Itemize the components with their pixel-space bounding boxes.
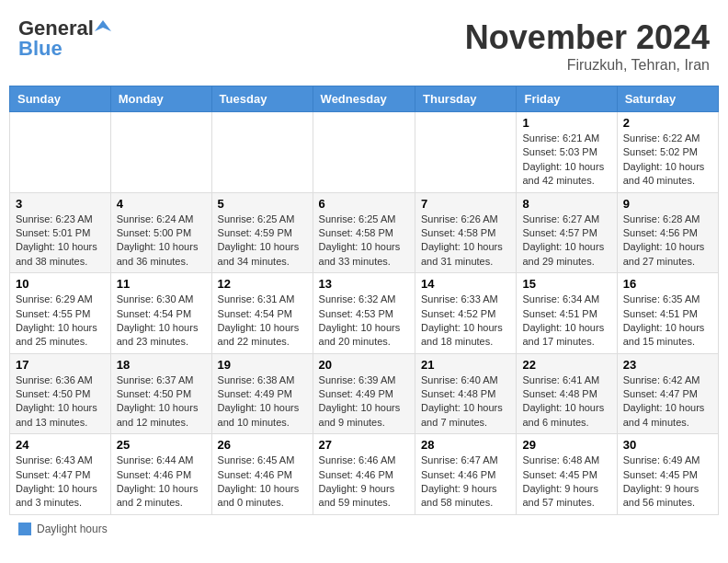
legend: Daylight hours (9, 523, 719, 535)
calendar-cell: 8Sunrise: 6:27 AM Sunset: 4:57 PM Daylig… (517, 192, 617, 273)
day-info: Sunrise: 6:46 AM Sunset: 4:46 PM Dayligh… (319, 454, 409, 511)
calendar-cell: 22Sunrise: 6:41 AM Sunset: 4:48 PM Dayli… (517, 353, 617, 434)
calendar-cell: 3Sunrise: 6:23 AM Sunset: 5:01 PM Daylig… (10, 192, 111, 273)
day-info: Sunrise: 6:28 AM Sunset: 4:56 PM Dayligh… (623, 213, 712, 270)
calendar-week-row: 3Sunrise: 6:23 AM Sunset: 5:01 PM Daylig… (10, 192, 719, 273)
calendar-week-row: 24Sunrise: 6:43 AM Sunset: 4:47 PM Dayli… (10, 434, 719, 515)
calendar-header-row: SundayMondayTuesdayWednesdayThursdayFrid… (10, 86, 719, 112)
day-number: 8 (522, 197, 610, 211)
day-info: Sunrise: 6:25 AM Sunset: 4:58 PM Dayligh… (319, 213, 409, 270)
day-number: 15 (522, 277, 610, 291)
svg-marker-0 (95, 20, 111, 31)
legend-color-box (18, 523, 31, 535)
calendar-header-friday: Friday (517, 86, 617, 112)
page-header: General Blue November 2024 Firuzkuh, Teh… (9, 9, 719, 78)
day-number: 23 (623, 358, 712, 372)
calendar-header-saturday: Saturday (617, 86, 718, 112)
day-number: 16 (623, 277, 712, 291)
day-info: Sunrise: 6:49 AM Sunset: 4:45 PM Dayligh… (623, 454, 712, 511)
day-number: 27 (319, 438, 409, 452)
day-info: Sunrise: 6:41 AM Sunset: 4:48 PM Dayligh… (522, 373, 610, 431)
day-info: Sunrise: 6:29 AM Sunset: 4:55 PM Dayligh… (16, 293, 105, 350)
calendar-cell: 26Sunrise: 6:45 AM Sunset: 4:46 PM Dayli… (211, 434, 313, 515)
day-number: 18 (117, 358, 206, 372)
day-info: Sunrise: 6:38 AM Sunset: 4:49 PM Dayligh… (218, 373, 307, 431)
title-block: November 2024 Firuzkuh, Tehran, Iran (465, 18, 710, 74)
day-info: Sunrise: 6:21 AM Sunset: 5:03 PM Dayligh… (522, 132, 610, 189)
calendar-cell: 14Sunrise: 6:33 AM Sunset: 4:52 PM Dayli… (415, 273, 517, 354)
logo-blue-text: Blue (18, 39, 63, 59)
calendar-header-thursday: Thursday (415, 86, 517, 112)
calendar-cell: 9Sunrise: 6:28 AM Sunset: 4:56 PM Daylig… (617, 192, 718, 273)
day-info: Sunrise: 6:30 AM Sunset: 4:54 PM Dayligh… (117, 293, 206, 350)
calendar-header-sunday: Sunday (10, 86, 111, 112)
day-number: 26 (218, 438, 307, 452)
day-info: Sunrise: 6:31 AM Sunset: 4:54 PM Dayligh… (218, 293, 307, 350)
day-number: 28 (421, 438, 510, 452)
calendar-cell: 1Sunrise: 6:21 AM Sunset: 5:03 PM Daylig… (517, 112, 617, 193)
day-number: 14 (421, 277, 510, 291)
day-number: 5 (218, 197, 307, 211)
calendar-cell: 6Sunrise: 6:25 AM Sunset: 4:58 PM Daylig… (313, 192, 415, 273)
calendar-cell (211, 112, 313, 193)
day-number: 19 (218, 358, 307, 372)
day-info: Sunrise: 6:23 AM Sunset: 5:01 PM Dayligh… (16, 213, 105, 270)
day-info: Sunrise: 6:40 AM Sunset: 4:48 PM Dayligh… (421, 373, 510, 431)
day-info: Sunrise: 6:42 AM Sunset: 4:47 PM Dayligh… (623, 373, 712, 431)
calendar-cell (110, 112, 211, 193)
day-info: Sunrise: 6:35 AM Sunset: 4:51 PM Dayligh… (623, 293, 712, 350)
calendar-cell: 30Sunrise: 6:49 AM Sunset: 4:45 PM Dayli… (617, 434, 718, 515)
logo-general-text: General (18, 18, 94, 39)
day-info: Sunrise: 6:22 AM Sunset: 5:02 PM Dayligh… (623, 132, 712, 189)
day-info: Sunrise: 6:37 AM Sunset: 4:50 PM Dayligh… (117, 373, 206, 431)
day-number: 7 (421, 197, 510, 211)
day-info: Sunrise: 6:32 AM Sunset: 4:53 PM Dayligh… (319, 293, 409, 350)
day-number: 1 (522, 116, 610, 130)
calendar-cell (313, 112, 415, 193)
calendar-cell: 25Sunrise: 6:44 AM Sunset: 4:46 PM Dayli… (110, 434, 211, 515)
calendar-cell: 20Sunrise: 6:39 AM Sunset: 4:49 PM Dayli… (313, 353, 415, 434)
calendar-cell: 15Sunrise: 6:34 AM Sunset: 4:51 PM Dayli… (517, 273, 617, 354)
calendar-cell: 11Sunrise: 6:30 AM Sunset: 4:54 PM Dayli… (110, 273, 211, 354)
logo-bird-icon (95, 18, 111, 35)
day-number: 22 (522, 358, 610, 372)
day-info: Sunrise: 6:26 AM Sunset: 4:58 PM Dayligh… (421, 213, 510, 270)
day-info: Sunrise: 6:36 AM Sunset: 4:50 PM Dayligh… (16, 373, 105, 431)
day-info: Sunrise: 6:44 AM Sunset: 4:46 PM Dayligh… (117, 454, 206, 511)
day-number: 6 (319, 197, 409, 211)
day-number: 30 (623, 438, 712, 452)
calendar-table: SundayMondayTuesdayWednesdayThursdayFrid… (9, 86, 719, 515)
calendar-cell: 18Sunrise: 6:37 AM Sunset: 4:50 PM Dayli… (110, 353, 211, 434)
calendar-cell: 27Sunrise: 6:46 AM Sunset: 4:46 PM Dayli… (313, 434, 415, 515)
calendar-cell: 4Sunrise: 6:24 AM Sunset: 5:00 PM Daylig… (110, 192, 211, 273)
calendar-cell: 23Sunrise: 6:42 AM Sunset: 4:47 PM Dayli… (617, 353, 718, 434)
calendar-cell: 19Sunrise: 6:38 AM Sunset: 4:49 PM Dayli… (211, 353, 313, 434)
logo: General Blue (18, 18, 111, 59)
day-number: 4 (117, 197, 206, 211)
calendar-week-row: 17Sunrise: 6:36 AM Sunset: 4:50 PM Dayli… (10, 353, 719, 434)
day-info: Sunrise: 6:45 AM Sunset: 4:46 PM Dayligh… (218, 454, 307, 511)
legend-label: Daylight hours (37, 523, 108, 535)
calendar-cell: 21Sunrise: 6:40 AM Sunset: 4:48 PM Dayli… (415, 353, 517, 434)
day-info: Sunrise: 6:24 AM Sunset: 5:00 PM Dayligh… (117, 213, 206, 270)
calendar-header-tuesday: Tuesday (211, 86, 313, 112)
day-info: Sunrise: 6:33 AM Sunset: 4:52 PM Dayligh… (421, 293, 510, 350)
month-title: November 2024 (465, 18, 710, 57)
day-info: Sunrise: 6:48 AM Sunset: 4:45 PM Dayligh… (522, 454, 610, 511)
calendar-cell (10, 112, 111, 193)
location: Firuzkuh, Tehran, Iran (465, 57, 710, 74)
day-number: 21 (421, 358, 510, 372)
calendar-cell: 12Sunrise: 6:31 AM Sunset: 4:54 PM Dayli… (211, 273, 313, 354)
day-info: Sunrise: 6:47 AM Sunset: 4:46 PM Dayligh… (421, 454, 510, 511)
calendar-header-wednesday: Wednesday (313, 86, 415, 112)
day-info: Sunrise: 6:25 AM Sunset: 4:59 PM Dayligh… (218, 213, 307, 270)
day-number: 17 (16, 358, 105, 372)
day-info: Sunrise: 6:43 AM Sunset: 4:47 PM Dayligh… (16, 454, 105, 511)
calendar-cell: 13Sunrise: 6:32 AM Sunset: 4:53 PM Dayli… (313, 273, 415, 354)
calendar-cell: 24Sunrise: 6:43 AM Sunset: 4:47 PM Dayli… (10, 434, 111, 515)
calendar-cell: 16Sunrise: 6:35 AM Sunset: 4:51 PM Dayli… (617, 273, 718, 354)
day-number: 2 (623, 116, 712, 130)
day-number: 12 (218, 277, 307, 291)
calendar-cell: 28Sunrise: 6:47 AM Sunset: 4:46 PM Dayli… (415, 434, 517, 515)
calendar-cell: 17Sunrise: 6:36 AM Sunset: 4:50 PM Dayli… (10, 353, 111, 434)
